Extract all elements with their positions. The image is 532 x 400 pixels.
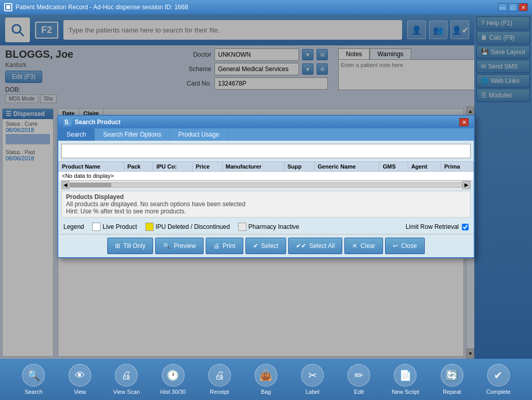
modal-title-icon: S	[63, 118, 72, 126]
toolbar-label: Edit	[354, 389, 364, 395]
toolbar-icon: 🖨	[208, 364, 231, 387]
close-modal-icon: ↩	[393, 242, 398, 249]
toolbar-icon: ✔	[487, 364, 510, 387]
toolbar-search-button[interactable]: 🔍 Search	[13, 364, 54, 395]
maximize-button[interactable]: □	[508, 3, 518, 11]
modal-search-input[interactable]	[61, 144, 471, 158]
toolbar-label: New Script	[392, 389, 419, 395]
app-icon	[4, 3, 12, 11]
col-product-name: Product Name	[59, 162, 124, 172]
col-manufacturer: Manufacturer	[222, 162, 284, 172]
legend-pharmacy-box	[238, 223, 246, 231]
product-table-container: Product Name Pack IPU Co: Price Manufact…	[58, 161, 474, 180]
clear-icon: ✕	[352, 242, 357, 249]
legend-live-label: Live Product	[103, 223, 137, 230]
window-controls[interactable]: — □ ✕	[498, 3, 528, 11]
products-info-line2: Hint: Use % after text to see more produ…	[66, 208, 466, 215]
toolbar-label: Complete	[486, 389, 510, 395]
select-button[interactable]: ✔ Select	[245, 238, 286, 254]
svg-text:S: S	[64, 119, 69, 126]
col-price: Price	[192, 162, 222, 172]
legend-label: Legend	[63, 223, 84, 230]
preview-icon: 🔍	[163, 242, 171, 249]
toolbar-complete-button[interactable]: ✔ Complete	[478, 364, 519, 395]
bottom-toolbar: 🔍 Search 👁 View 🖨 View Scan 🕐 Hist 30/30…	[0, 359, 532, 400]
toolbar-receipt-button[interactable]: 🖨 Receipt	[199, 364, 240, 395]
toolbar-repeat-button[interactable]: 🔄 Repeat	[431, 364, 473, 395]
toolbar-icon: 👜	[255, 364, 277, 387]
toolbar-edit-button[interactable]: ✏ Edit	[338, 364, 379, 395]
toolbar-icon: ✂	[301, 364, 324, 387]
legend-ipu-deleted: IPU Deleted / Discontinued	[145, 223, 230, 231]
col-agent: Agent	[408, 162, 441, 172]
toolbar-icon: 🔄	[441, 364, 463, 387]
products-info-line1: All products are displayed. No search op…	[66, 201, 466, 208]
toolbar-label: Repeat	[443, 389, 461, 395]
modal-search-area	[58, 141, 474, 161]
scroll-track[interactable]	[70, 182, 462, 188]
limit-row-checkbox[interactable]	[462, 224, 469, 230]
horizontal-scrollbar[interactable]: ◀ ▶	[61, 180, 471, 189]
scroll-thumb[interactable]	[70, 183, 111, 187]
select-all-button[interactable]: ✔✔ Select All	[288, 238, 342, 254]
modal-tab-usage[interactable]: Product Usage	[170, 128, 228, 141]
toolbar-icon: 📄	[394, 364, 417, 387]
minimize-button[interactable]: —	[498, 3, 507, 11]
modal-tab-search[interactable]: Search	[58, 128, 95, 141]
col-pack: Pack	[124, 162, 153, 172]
toolbar-icon: 🕐	[162, 364, 185, 387]
legend-pharmacy-label: Pharmacy Inactive	[248, 223, 300, 230]
legend-pharmacy-inactive: Pharmacy Inactive	[238, 223, 300, 231]
legend-ipu-box	[145, 223, 154, 231]
legend-live-product: Live Product	[92, 223, 137, 231]
products-info: Products Displayed All products are disp…	[61, 191, 471, 218]
toolbar-view-button[interactable]: 👁 View	[59, 364, 101, 395]
print-icon: 🖨	[213, 242, 220, 249]
col-generic: Generic Name	[314, 162, 379, 172]
preview-button[interactable]: 🔍 Preview	[155, 238, 204, 254]
toolbar-bag-button[interactable]: 👜 Bag	[245, 364, 287, 395]
legend-row: Legend Live Product IPU Deleted / Discon…	[58, 220, 474, 234]
title-bar: Patient Medication Record - Ad-Hoc dispe…	[0, 0, 532, 14]
col-prima: Prima	[441, 162, 473, 172]
toolbar-icon: 👁	[69, 364, 91, 387]
toolbar-icon: 🖨	[115, 364, 138, 387]
search-product-modal: S Search Product ✕ Search Search Filter …	[57, 115, 475, 258]
toolbar-label: Search	[25, 389, 43, 395]
col-supp: Supp	[284, 162, 314, 172]
modal-actions: ⊞ Till Only 🔍 Preview 🖨 Print ✔ Select ✔…	[58, 234, 474, 257]
modal-tab-filter[interactable]: Search Filter Options	[95, 128, 170, 141]
modal-titlebar: S Search Product ✕	[58, 116, 474, 128]
modal-title: S Search Product	[63, 118, 121, 126]
toolbar-new-script-button[interactable]: 📄 New Script	[385, 364, 426, 395]
scroll-left-button[interactable]: ◀	[61, 181, 70, 189]
products-info-title: Products Displayed	[66, 193, 466, 201]
toolbar-label-button[interactable]: ✂ Label	[292, 364, 333, 395]
print-button[interactable]: 🖨 Print	[206, 238, 243, 254]
toolbar-label: Bag	[261, 389, 271, 395]
till-only-button[interactable]: ⊞ Till Only	[107, 238, 153, 254]
col-gms: GMS	[379, 162, 408, 172]
svg-rect-1	[6, 5, 10, 9]
select-all-icon: ✔✔	[296, 242, 306, 249]
toolbar-view-scan-button[interactable]: 🖨 View Scan	[106, 364, 147, 395]
toolbar-hist-30/30-button[interactable]: 🕐 Hist 30/30	[153, 364, 194, 395]
modal-tabs: Search Search Filter Options Product Usa…	[58, 128, 474, 141]
close-modal-button[interactable]: ↩ Close	[385, 238, 425, 254]
toolbar-label: Receipt	[210, 389, 229, 395]
limit-row-section: Limit Row Retrieval	[406, 223, 469, 230]
toolbar-icon: 🔍	[22, 364, 45, 387]
close-button[interactable]: ✕	[519, 3, 528, 11]
window-title: Patient Medication Record - Ad-Hoc dispe…	[15, 4, 188, 11]
toolbar-label: Label	[306, 389, 320, 395]
no-data-row: <No data to display>	[59, 172, 474, 180]
modal-close-button[interactable]: ✕	[459, 118, 469, 126]
toolbar-label: View	[74, 389, 86, 395]
legend-ipu-label: IPU Deleted / Discontinued	[156, 223, 230, 230]
modal-overlay: S Search Product ✕ Search Search Filter …	[0, 14, 532, 359]
col-ipu: IPU Co:	[153, 162, 192, 172]
clear-button[interactable]: ✕ Clear	[344, 238, 383, 254]
till-only-icon: ⊞	[115, 242, 120, 249]
limit-row-label: Limit Row Retrieval	[406, 223, 459, 230]
scroll-right-button[interactable]: ▶	[462, 181, 471, 189]
